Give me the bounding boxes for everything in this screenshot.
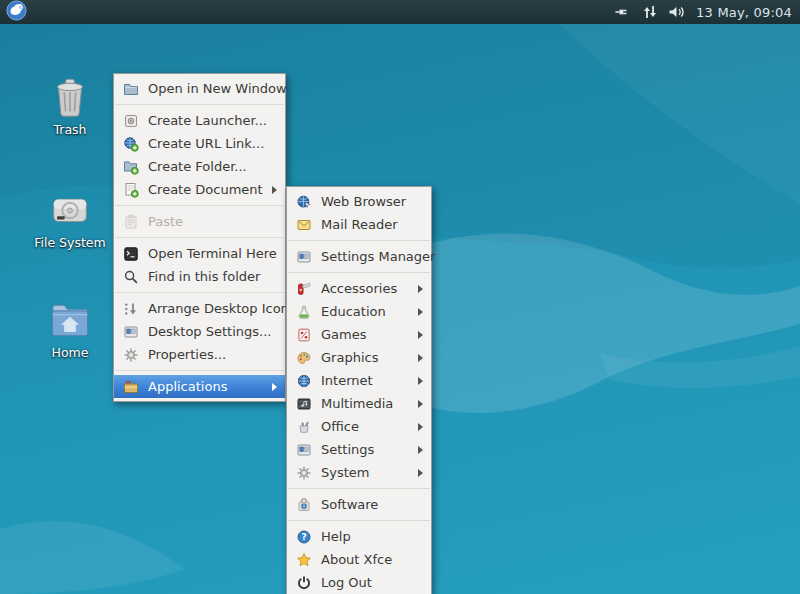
context-menu-item-desktop-settings[interactable]: Desktop Settings... (114, 320, 285, 343)
submenu-arrow-icon (418, 377, 423, 385)
menu-item-label: Internet (321, 373, 373, 388)
filesystem-icon (47, 187, 93, 233)
submenu-arrow-icon (418, 469, 423, 477)
applications-menu-item-mail-reader[interactable]: Mail Reader (287, 213, 431, 236)
menu-item-label: Paste (148, 214, 183, 229)
system-tray (614, 3, 686, 21)
mail-icon (296, 217, 312, 233)
home-folder-icon (47, 297, 93, 343)
applications-menu-item-games[interactable]: Games (287, 323, 431, 346)
education-icon (296, 304, 312, 320)
panel-clock[interactable]: 13 May, 09:04 (696, 5, 794, 20)
menu-item-label: Create Folder... (148, 159, 247, 174)
settings-manager-icon (296, 249, 312, 265)
software-icon (296, 497, 312, 513)
network-arrows-icon[interactable] (641, 3, 659, 21)
about-xfce-icon (296, 552, 312, 568)
log-out-icon (296, 575, 312, 591)
context-menu-item-create-folder[interactable]: Create Folder... (114, 155, 285, 178)
applications-menu-item-log-out[interactable]: Log Out (287, 571, 431, 594)
context-menu-item-create-launcher[interactable]: Create Launcher... (114, 109, 285, 132)
xfce-whisker-icon (6, 0, 27, 24)
terminal-icon (123, 246, 139, 262)
submenu-arrow-icon (272, 383, 277, 391)
menu-item-label: About Xfce (321, 552, 392, 567)
launcher-icon (123, 113, 139, 129)
globe-plus-icon (123, 136, 139, 152)
menu-item-label: Find in this folder (148, 269, 260, 284)
applications-menu-item-system[interactable]: System (287, 461, 431, 484)
menu-item-label: Web Browser (321, 194, 406, 209)
menu-item-label: Office (321, 419, 359, 434)
menu-separator (115, 205, 284, 206)
top-panel: 13 May, 09:04 (0, 0, 800, 24)
submenu-arrow-icon (418, 331, 423, 339)
applications-menu-item-accessories[interactable]: Accessories (287, 277, 431, 300)
context-menu-item-arrange-desktop-icons[interactable]: Arrange Desktop Icons (114, 297, 285, 320)
applications-menu-item-graphics[interactable]: Graphics (287, 346, 431, 369)
menu-item-label: Help (321, 529, 351, 544)
menu-item-label: Multimedia (321, 396, 393, 411)
menu-separator (115, 237, 284, 238)
desktop-icon-file-system[interactable]: File System (32, 187, 108, 250)
menu-separator (115, 104, 284, 105)
desktop-icon-label: Trash (32, 123, 108, 137)
gear-icon (123, 347, 139, 363)
context-menu-item-paste[interactable]: Paste (114, 210, 285, 233)
search-icon (123, 269, 139, 285)
document-plus-icon (123, 182, 139, 198)
context-menu-item-properties[interactable]: Properties... (114, 343, 285, 366)
menu-item-label: Properties... (148, 347, 226, 362)
menu-separator (115, 292, 284, 293)
menu-item-label: Create Launcher... (148, 113, 267, 128)
desktop-icon-trash[interactable]: Trash (32, 74, 108, 137)
applications-menu-item-about-xfce[interactable]: About Xfce (287, 548, 431, 571)
whisker-menu-button[interactable] (6, 2, 27, 23)
applications-menu-item-settings[interactable]: Settings (287, 438, 431, 461)
graphics-icon (296, 350, 312, 366)
applications-menu-item-internet[interactable]: Internet (287, 369, 431, 392)
submenu-arrow-icon (418, 285, 423, 293)
power-plug-icon[interactable] (614, 3, 632, 21)
menu-item-label: Create Document (148, 182, 263, 197)
context-menu-item-applications[interactable]: Applications (114, 375, 285, 398)
desktop-icon-label: File System (32, 236, 108, 250)
context-menu-item-create-url-link[interactable]: Create URL Link... (114, 132, 285, 155)
applications-menu-item-multimedia[interactable]: Multimedia (287, 392, 431, 415)
submenu-arrow-icon (272, 186, 277, 194)
desktop-icon-label: Home (32, 346, 108, 360)
trash-icon (47, 74, 93, 120)
applications-menu-item-settings-manager[interactable]: Settings Manager (287, 245, 431, 268)
games-icon (296, 327, 312, 343)
applications-menu-item-software[interactable]: Software (287, 493, 431, 516)
menu-item-label: Log Out (321, 575, 372, 590)
menu-item-label: Open in New Window (148, 81, 287, 96)
internet-icon (296, 373, 312, 389)
context-menu-item-find-in-this-folder[interactable]: Find in this folder (114, 265, 285, 288)
accessories-icon (296, 281, 312, 297)
applications-menu-item-web-browser[interactable]: Web Browser (287, 190, 431, 213)
menu-item-label: Graphics (321, 350, 378, 365)
menu-item-label: Accessories (321, 281, 397, 296)
applications-menu-item-office[interactable]: Office (287, 415, 431, 438)
office-icon (296, 419, 312, 435)
menu-item-label: Mail Reader (321, 217, 398, 232)
settings-icon (296, 442, 312, 458)
menu-item-label: Games (321, 327, 366, 342)
desktop-icon-home[interactable]: Home (32, 297, 108, 360)
context-menu-item-create-document[interactable]: Create Document (114, 178, 285, 201)
applications-menu-item-help[interactable]: ?Help (287, 525, 431, 548)
applications-folder-icon (123, 379, 139, 395)
menu-separator (288, 520, 430, 521)
xfce-desktop-screen: TrashFile SystemHome 13 May, 09:04 Open … (0, 0, 800, 594)
volume-icon[interactable] (668, 3, 686, 21)
context-menu-item-open-in-new-window[interactable]: Open in New Window (114, 77, 285, 100)
context-menu-item-open-terminal-here[interactable]: Open Terminal Here (114, 242, 285, 265)
help-icon: ? (296, 529, 312, 545)
menu-separator (288, 240, 430, 241)
menu-item-label: Education (321, 304, 386, 319)
submenu-arrow-icon (418, 308, 423, 316)
applications-menu-item-education[interactable]: Education (287, 300, 431, 323)
submenu-arrow-icon (418, 354, 423, 362)
folder-plus-icon (123, 159, 139, 175)
